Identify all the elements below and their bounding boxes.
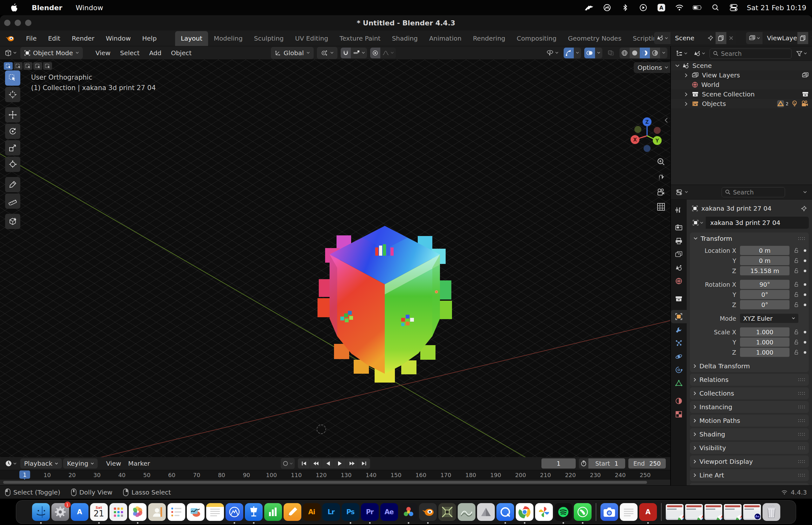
menubar-clock[interactable]: Sat 21 Feb 10:19 — [747, 4, 806, 12]
dock-contacts[interactable] — [148, 503, 166, 521]
outliner-row[interactable]: Objects2 — [671, 99, 812, 108]
outliner-row[interactable]: World — [671, 80, 812, 89]
panel-header[interactable]: Collections — [690, 387, 809, 400]
auto-keying-toggle[interactable] — [281, 458, 295, 469]
properties-tab-scene[interactable] — [671, 261, 687, 274]
dock-keynote[interactable] — [245, 503, 262, 521]
collapse-region-icon[interactable] — [664, 117, 668, 123]
drag-handle-icon[interactable] — [798, 405, 805, 409]
timeline-menu-marker[interactable]: Marker — [128, 460, 150, 467]
animate-dot[interactable] — [804, 249, 806, 252]
workspace-tab-uv-editing[interactable]: UV Editing — [289, 31, 334, 46]
prev-key-button[interactable] — [310, 459, 322, 468]
play-button[interactable] — [334, 459, 346, 468]
properties-tab-output[interactable] — [671, 235, 687, 248]
move-tool[interactable] — [5, 107, 20, 122]
topbar-menu-window[interactable]: Window — [106, 34, 131, 42]
transform-value-field[interactable]: 0° — [740, 300, 790, 309]
properties-tab-texture[interactable] — [671, 408, 687, 421]
play-circle-icon[interactable] — [638, 3, 648, 12]
panel-header[interactable]: Shading — [690, 428, 809, 440]
snap-toggle[interactable] — [341, 48, 351, 58]
animate-dot[interactable] — [804, 270, 806, 272]
expand-caret-icon[interactable] — [685, 92, 692, 96]
dock-minimized-window[interactable] — [685, 504, 703, 520]
dock-minimized-window[interactable] — [666, 504, 683, 520]
scale-tool[interactable] — [5, 140, 20, 155]
shading-material-button[interactable] — [640, 48, 650, 58]
jump-end-button[interactable] — [358, 459, 370, 468]
dock-system-settings[interactable]: 1 — [51, 503, 69, 521]
topbar-menu-edit[interactable]: Edit — [48, 34, 60, 42]
drag-handle-icon[interactable] — [798, 237, 805, 240]
cat-icon[interactable] — [584, 3, 594, 12]
workspace-tab-sculpting[interactable]: Sculpting — [249, 31, 289, 46]
dock-minimized-window[interactable] — [705, 504, 722, 520]
lock-icon[interactable] — [793, 282, 799, 287]
drag-handle-icon[interactable] — [798, 392, 805, 395]
pan-view-icon[interactable] — [655, 171, 667, 183]
dock-acrobat[interactable]: A — [639, 503, 657, 521]
shading-solid-button[interactable] — [630, 48, 640, 58]
lock-icon[interactable] — [793, 349, 799, 355]
pin-id-icon[interactable] — [801, 206, 807, 212]
dock-quicktime[interactable] — [496, 503, 514, 521]
properties-tab-particles[interactable] — [671, 336, 687, 350]
dock-finder[interactable] — [32, 503, 50, 521]
viewport-menu-add[interactable]: Add — [149, 49, 162, 57]
tweak-select-tool[interactable] — [5, 71, 20, 86]
control-center-icon[interactable] — [729, 3, 738, 12]
properties-options-dropdown[interactable] — [801, 187, 809, 198]
shading-wireframe-button[interactable] — [619, 48, 630, 58]
3d-viewport[interactable]: Object Mode ViewSelectAddObject Global — [0, 46, 671, 457]
workspace-tab-compositing[interactable]: Compositing — [511, 31, 562, 46]
overlays-toggle[interactable] — [584, 48, 595, 58]
transform-mode-dropdown[interactable]: XYZ Euler — [740, 314, 798, 323]
outliner-display-mode-dropdown[interactable] — [674, 48, 689, 59]
playhead[interactable]: 1 — [19, 470, 30, 479]
expand-caret-icon[interactable] — [685, 73, 692, 77]
transform-panel-header[interactable]: Transform — [690, 232, 809, 244]
dock-after-effects[interactable]: Ae — [380, 503, 398, 521]
scene-browse-icon[interactable] — [654, 32, 671, 44]
properties-tab-view-layer[interactable] — [671, 248, 687, 261]
breadcrumb-object-name[interactable]: xakana 3d print 27 04 — [701, 205, 771, 212]
viewport-menu-view[interactable]: View — [95, 49, 110, 57]
dock-camera-app[interactable] — [600, 503, 618, 521]
show-object-types-dropdown[interactable] — [544, 48, 560, 58]
viewlayer-selector[interactable]: ViewLayer — [746, 32, 811, 44]
new-scene-copy-icon[interactable] — [716, 32, 726, 44]
dock-illustrator[interactable]: Ai — [303, 503, 321, 521]
dock-textedit[interactable] — [620, 503, 637, 521]
measure-tool[interactable] — [5, 194, 20, 209]
navigation-gizmo[interactable]: Z X Y — [624, 114, 670, 155]
next-key-button[interactable] — [346, 459, 358, 468]
properties-tab-render[interactable] — [671, 221, 687, 235]
animate-dot[interactable] — [804, 304, 806, 306]
scene-name[interactable]: Scene — [671, 32, 705, 44]
select-mode-lasso[interactable] — [33, 62, 42, 70]
panel-header[interactable]: Relations — [690, 374, 809, 386]
workspace-tab-geometry-nodes[interactable]: Geometry Nodes — [562, 31, 627, 46]
properties-tab-object[interactable] — [671, 310, 687, 323]
rotate-tool[interactable] — [5, 124, 20, 139]
frame-end-field[interactable]: End250 — [628, 459, 666, 468]
xray-toggle[interactable] — [605, 48, 616, 58]
properties-tab-world[interactable] — [671, 274, 687, 288]
gizmos-toggle[interactable] — [563, 48, 574, 58]
annotate-tool[interactable] — [5, 177, 20, 192]
voxel-object[interactable] — [306, 223, 463, 387]
dock-blender[interactable] — [419, 503, 437, 521]
dock-lightroom[interactable]: Lr — [322, 503, 340, 521]
properties-tab-physics[interactable] — [671, 350, 687, 363]
workspace-tab-animation[interactable]: Animation — [423, 31, 467, 46]
dock-google-photos[interactable] — [535, 503, 553, 521]
panel-header[interactable]: Viewport Display — [690, 455, 809, 468]
timeline-ruler[interactable]: 1 10203040506070809010011012013014015016… — [0, 470, 670, 480]
dock-trash[interactable] — [763, 503, 780, 521]
topbar-menu-render[interactable]: Render — [72, 34, 94, 42]
transform-value-field[interactable]: 15.158 m — [740, 266, 790, 275]
orientation-dropdown[interactable]: Global — [271, 47, 314, 59]
dock-photoshop[interactable]: Ps — [342, 503, 359, 521]
properties-tab-collection[interactable] — [671, 292, 687, 305]
